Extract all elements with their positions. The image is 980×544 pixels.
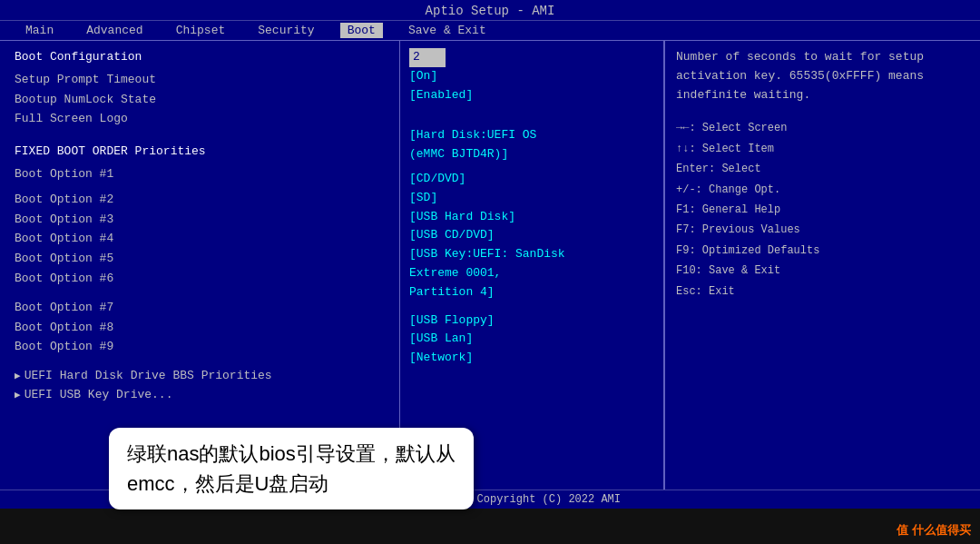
boot-opt5-label: Boot Option #5 (15, 250, 232, 269)
annotation-bubble: 绿联nas的默认bios引导设置，默认从emcc，然后是U盘启动 (109, 428, 474, 509)
menu-boot[interactable]: Boot (340, 23, 383, 38)
boot7-value: [USB Floppy] (409, 312, 654, 331)
boot-opt7-row[interactable]: Boot Option #7 (15, 299, 385, 318)
boot-opt3-row[interactable]: Boot Option #3 (15, 211, 385, 230)
boot3-value: [SD] (409, 189, 654, 208)
bottom-strip: 值 什么值得买 (0, 509, 980, 544)
boot1-value1: [Hard Disk:UEFI OS (409, 126, 654, 145)
boot2-value: [CD/DVD] (409, 170, 654, 189)
left-panel: Boot Configuration Setup Prompt Timeout … (0, 41, 399, 490)
boot-opt9-label: Boot Option #9 (15, 338, 232, 357)
boot4-value: [USB Hard Disk] (409, 208, 654, 227)
boot8-value: [USB Lan] (409, 330, 654, 349)
title-bar: Aptio Setup - AMI (0, 0, 980, 21)
help-text: Number of seconds to wait for setup acti… (676, 48, 969, 104)
boot6-value1: [USB Key:UEFI: SanDisk (409, 245, 654, 264)
uefi-hdd-label: UEFI Hard Disk Drive BBS Priorities (24, 367, 272, 386)
menu-main[interactable]: Main (18, 23, 61, 38)
boot-opt6-label: Boot Option #6 (15, 270, 232, 289)
menu-chipset[interactable]: Chipset (169, 23, 233, 38)
key-hints: →←: Select Screen ↑↓: Select Item Enter:… (676, 119, 969, 301)
boot-opt9-row[interactable]: Boot Option #9 (15, 338, 385, 357)
uefi-usb-label: UEFI USB Key Drive... (24, 386, 173, 405)
key-change-opt: +/-: Change Opt. (676, 181, 969, 199)
boot-opt1-label: Boot Option #1 (15, 165, 232, 184)
boot-opt8-row[interactable]: Boot Option #8 (15, 319, 385, 338)
key-select-screen: →←: Select Screen (676, 119, 969, 137)
fullscreen-logo-label: Full Screen Logo (15, 110, 232, 129)
menu-save-exit[interactable]: Save & Exit (401, 23, 494, 38)
key-f10-save: F10: Save & Exit (676, 262, 969, 280)
key-esc-exit: Esc: Exit (676, 282, 969, 301)
logo-value: [Enabled] (409, 86, 654, 105)
key-enter-select: Enter: Select (676, 160, 969, 178)
boot1-value2: (eMMC BJTD4R)] (409, 145, 654, 164)
key-select-item: ↑↓: Select Item (676, 140, 969, 158)
boot-opt2-label: Boot Option #2 (15, 191, 232, 210)
boot6-value2: Extreme 0001, (409, 264, 654, 283)
timeout-display: 2 (409, 48, 446, 67)
numlock-row: Bootup NumLock State (15, 91, 385, 110)
boot-opt6-row[interactable]: Boot Option #6 (15, 270, 385, 289)
key-f7-prev: F7: Previous Values (676, 221, 969, 239)
uefi-hdd-bbs[interactable]: ▶ UEFI Hard Disk Drive BBS Priorities (15, 367, 385, 386)
annotation-text: 绿联nas的默认bios引导设置，默认从emcc，然后是U盘启动 (127, 442, 456, 495)
middle-panel: 2 [On] [Enabled] [Hard Disk:UEFI OS (eMM… (400, 41, 663, 490)
numlock-label: Bootup NumLock State (15, 91, 232, 110)
arrow-icon-hdd: ▶ (15, 369, 21, 385)
menu-advanced[interactable]: Advanced (79, 23, 150, 38)
setup-prompt-row: Setup Prompt Timeout (15, 71, 385, 90)
menu-security[interactable]: Security (250, 23, 321, 38)
boot-opt4-label: Boot Option #4 (15, 230, 232, 249)
key-f9-defaults: F9: Optimized Defaults (676, 242, 969, 260)
boot9-value: [Network] (409, 349, 654, 368)
boot-opt2-row[interactable]: Boot Option #2 (15, 191, 385, 210)
arrow-icon-usb: ▶ (15, 388, 21, 404)
right-panel: Number of seconds to wait for setup acti… (664, 41, 980, 490)
bios-title: Aptio Setup - AMI (426, 4, 555, 18)
boot-config-title: Boot Configuration (15, 48, 385, 67)
setup-prompt-label: Setup Prompt Timeout (15, 71, 232, 90)
key-f1-help: F1: General Help (676, 201, 969, 219)
content-area: Boot Configuration Setup Prompt Timeout … (0, 41, 980, 490)
fullscreen-logo-row: Full Screen Logo (15, 110, 385, 129)
timeout-value: 2 (409, 48, 654, 67)
boot6-value3: Partition 4] (409, 283, 654, 302)
watermark: 值 什么值得买 (897, 522, 971, 539)
numlock-value: [On] (409, 67, 654, 86)
boot5-value: [USB CD/DVD] (409, 226, 654, 245)
boot-opt4-row[interactable]: Boot Option #4 (15, 230, 385, 249)
boot-opt3-label: Boot Option #3 (15, 211, 232, 230)
boot-opt1-row[interactable]: Boot Option #1 (15, 165, 385, 184)
boot-opt7-label: Boot Option #7 (15, 299, 232, 318)
boot-opt5-row[interactable]: Boot Option #5 (15, 250, 385, 269)
fixed-boot-header: FIXED BOOT ORDER Priorities (15, 143, 385, 162)
uefi-usb-key[interactable]: ▶ UEFI USB Key Drive... (15, 386, 385, 405)
boot-opt8-label: Boot Option #8 (15, 319, 232, 338)
menu-bar[interactable]: Main Advanced Chipset Security Boot Save… (0, 21, 980, 41)
